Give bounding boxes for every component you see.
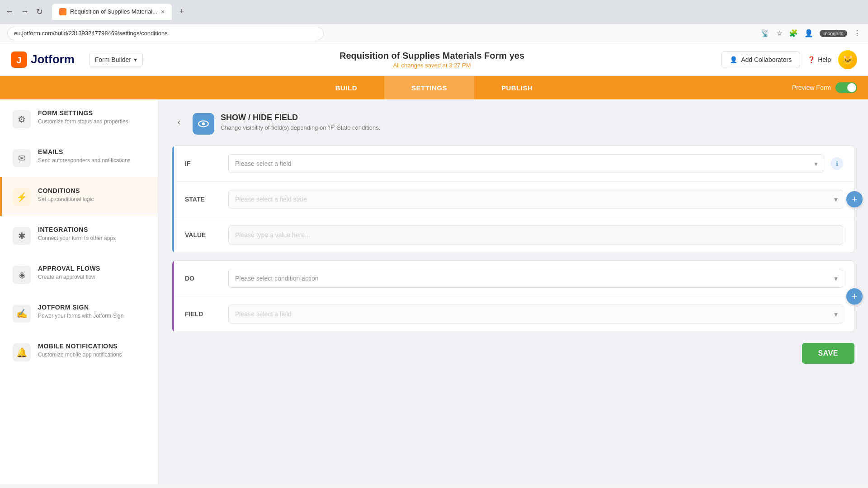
forward-btn[interactable]: → <box>21 7 29 16</box>
form-builder-label: Form Builder <box>95 56 131 63</box>
do-condition-wrapper: DO Please select condition action ▾ FIEL… <box>172 260 854 332</box>
profile-icon[interactable]: 👤 <box>804 29 813 38</box>
sidebar-item-integrations-desc: Connect your form to other apps <box>38 235 116 241</box>
sidebar-item-emails-text: EMAILS Send autoresponders and notificat… <box>38 148 131 164</box>
form-saved-status: All changes saved at 3:27 PM <box>143 62 721 69</box>
svg-text:J: J <box>16 55 21 65</box>
gear-icon: ⚙ <box>13 110 31 128</box>
sidebar-item-approval-flows[interactable]: ◈ APPROVAL FLOWS Create an approval flow <box>0 255 158 294</box>
value-input[interactable] <box>228 225 843 244</box>
do-field-select-wrapper[interactable]: Please select a field ▾ <box>228 305 843 324</box>
state-label: STATE <box>185 196 221 203</box>
logo-area: J Jotform <box>11 52 75 68</box>
if-field-select-wrapper[interactable]: Please select a field ▾ <box>228 154 823 173</box>
collaborators-icon: 👤 <box>730 56 737 63</box>
incognito-badge: Incognito <box>820 30 847 37</box>
email-icon: ✉ <box>13 149 31 167</box>
panel-description: Change visibility of field(s) depending … <box>221 124 380 131</box>
form-title: Requisition of Supplies Materials Form y… <box>143 51 721 61</box>
address-bar[interactable]: eu.jotform.com/build/231393247798469/set… <box>7 27 324 40</box>
sidebar-item-mobile-notifications[interactable]: 🔔 MOBILE NOTIFICATIONS Customize mobile … <box>0 333 158 371</box>
jotform-logo-icon: J <box>11 52 27 68</box>
do-condition-block: DO Please select condition action ▾ FIEL… <box>172 260 854 332</box>
toggle-knob <box>847 83 856 92</box>
do-field-label: FIELD <box>185 310 221 318</box>
tab-publish[interactable]: PUBLISH <box>474 76 560 99</box>
panel-title: SHOW / HIDE FIELD <box>221 113 380 122</box>
user-avatar[interactable]: 🐱 <box>838 50 857 69</box>
info-icon[interactable]: ℹ <box>830 157 843 170</box>
eye-icon <box>198 118 209 130</box>
reload-btn[interactable]: ↻ <box>36 7 43 17</box>
conditions-icon: ⚡ <box>13 188 31 206</box>
sidebar-item-jotform-sign[interactable]: ✍ JOTFORM SIGN Power your forms with Jot… <box>0 294 158 333</box>
form-title-area: Requisition of Supplies Materials Form y… <box>143 51 721 69</box>
approval-flows-icon: ◈ <box>13 266 31 284</box>
sidebar: ⚙ FORM SETTINGS Customize form status an… <box>0 99 158 484</box>
if-field-select[interactable]: Please select a field <box>228 154 823 173</box>
address-text: eu.jotform.com/build/231393247798469/set… <box>14 30 168 37</box>
preview-form-area: Preview Form <box>792 82 857 93</box>
state-select-wrapper[interactable]: Please select a field state ▾ <box>228 190 843 209</box>
help-button[interactable]: ❓ Help <box>807 56 831 63</box>
back-btn[interactable]: ← <box>5 7 14 16</box>
if-row: IF Please select a field ▾ ℹ <box>174 146 854 182</box>
if-condition-wrapper: IF Please select a field ▾ ℹ STATE <box>172 145 854 253</box>
tab-close-btn[interactable]: × <box>161 8 165 15</box>
if-label: IF <box>185 160 221 167</box>
sidebar-item-form-settings-desc: Customize form status and properties <box>38 118 128 125</box>
state-select[interactable]: Please select a field state <box>228 190 843 209</box>
chevron-down-icon: ▾ <box>134 56 137 63</box>
add-do-condition-button[interactable]: + <box>846 288 863 305</box>
form-builder-btn[interactable]: Form Builder ▾ <box>89 53 143 66</box>
do-row: DO Please select condition action ▾ <box>174 261 854 296</box>
sidebar-item-conditions-title: CONDITIONS <box>38 187 94 194</box>
sidebar-item-conditions[interactable]: ⚡ CONDITIONS Set up conditional logic <box>0 177 158 216</box>
sidebar-item-mobile-notifications-text: MOBILE NOTIFICATIONS Customize mobile ap… <box>38 343 122 358</box>
tab-build[interactable]: BUILD <box>308 76 384 99</box>
if-block-inner: IF Please select a field ▾ ℹ STATE <box>172 146 854 253</box>
browser-tab[interactable]: Requisition of Supplies Material... × <box>52 4 172 20</box>
do-action-select-wrapper[interactable]: Please select condition action ▾ <box>228 269 843 288</box>
tab-settings[interactable]: SETTINGS <box>384 76 474 99</box>
sidebar-item-jotform-sign-title: JOTFORM SIGN <box>38 304 123 311</box>
if-condition-block: IF Please select a field ▾ ℹ STATE <box>172 145 854 253</box>
integrations-icon: ✱ <box>13 227 31 245</box>
cast-icon[interactable]: 📡 <box>761 29 770 38</box>
menu-icon[interactable]: ⋮ <box>854 29 861 38</box>
sidebar-item-integrations-title: INTEGRATIONS <box>38 226 116 233</box>
nav-bar: BUILD SETTINGS PUBLISH Preview Form <box>0 76 868 99</box>
add-collaborators-button[interactable]: 👤 Add Collaborators <box>721 51 800 68</box>
mobile-notifications-icon: 🔔 <box>13 343 31 361</box>
sidebar-item-conditions-text: CONDITIONS Set up conditional logic <box>38 187 94 202</box>
do-block-inner: DO Please select condition action ▾ FIEL… <box>172 261 854 332</box>
extensions-icon[interactable]: 🧩 <box>789 29 798 38</box>
save-button[interactable]: SAVE <box>802 343 854 364</box>
add-if-condition-button[interactable]: + <box>846 191 863 207</box>
header-actions: 👤 Add Collaborators ❓ Help 🐱 <box>721 50 857 69</box>
do-field-row: FIELD Please select a field ▾ <box>174 296 854 332</box>
sidebar-item-mobile-notifications-title: MOBILE NOTIFICATIONS <box>38 343 122 350</box>
preview-toggle[interactable] <box>835 82 857 93</box>
bookmark-icon[interactable]: ☆ <box>776 29 783 38</box>
do-action-select[interactable]: Please select condition action <box>228 269 843 288</box>
back-button[interactable]: ‹ <box>172 115 186 129</box>
do-field-select[interactable]: Please select a field <box>228 305 843 324</box>
state-row: STATE Please select a field state ▾ <box>174 182 854 217</box>
do-label: DO <box>185 275 221 282</box>
sidebar-item-form-settings[interactable]: ⚙ FORM SETTINGS Customize form status an… <box>0 99 158 138</box>
sidebar-item-integrations[interactable]: ✱ INTEGRATIONS Connect your form to othe… <box>0 216 158 255</box>
help-circle-icon: ❓ <box>807 56 815 63</box>
address-bar-row: eu.jotform.com/build/231393247798469/set… <box>0 23 868 43</box>
svg-point-3 <box>202 122 205 126</box>
new-tab-btn[interactable]: + <box>175 5 188 18</box>
content-area: ‹ SHOW / HIDE FIELD Change visibility of… <box>158 99 868 484</box>
sidebar-item-integrations-text: INTEGRATIONS Connect your form to other … <box>38 226 116 241</box>
jotform-sign-icon: ✍ <box>13 305 31 323</box>
sidebar-item-emails[interactable]: ✉ EMAILS Send autoresponders and notific… <box>0 138 158 177</box>
sidebar-item-approval-flows-text: APPROVAL FLOWS Create an approval flow <box>38 265 100 280</box>
sidebar-item-form-settings-text: FORM SETTINGS Customize form status and … <box>38 109 128 125</box>
browser-nav-controls[interactable]: ← → ↻ <box>5 7 43 17</box>
tab-title: Requisition of Supplies Material... <box>70 8 157 15</box>
sidebar-item-form-settings-title: FORM SETTINGS <box>38 109 128 117</box>
